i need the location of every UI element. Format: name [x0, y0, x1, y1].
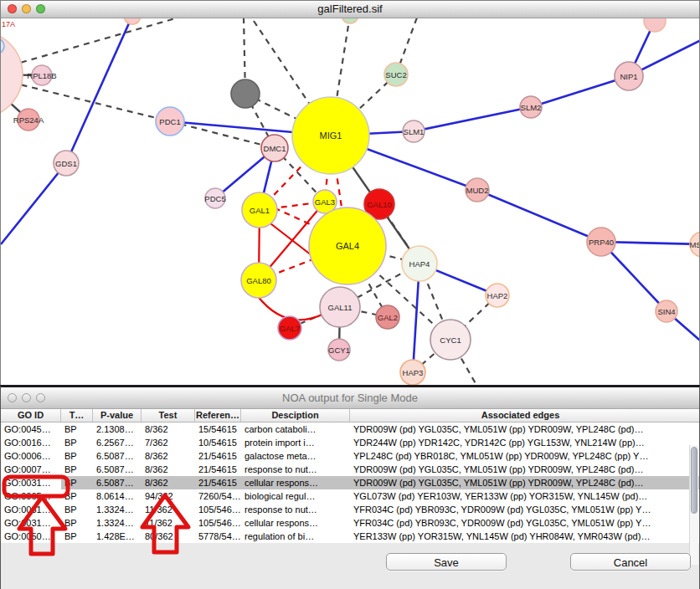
node-greentop[interactable] — [342, 18, 358, 23]
table-cell: 21/54615 — [195, 463, 241, 476]
table-cell: BP — [61, 516, 93, 530]
node-label-rps24a: RPS24A — [13, 115, 44, 125]
graph-edge — [1, 18, 178, 74]
node-label-slm2: SLM2 — [521, 103, 542, 112]
table-cell: BP — [61, 489, 93, 503]
column-header-referen-[interactable]: Referen… — [195, 409, 241, 422]
table-cell: YDR009W (pd) YGL035C, YML051W (pp) YDR00… — [350, 423, 691, 436]
table-row[interactable]: GO:0006…BP6.5087…8/36221/54615galactose … — [1, 449, 699, 463]
node-label-rpl18b: RPL18B — [27, 71, 56, 80]
node-label-nip1: NIP1 — [620, 72, 637, 81]
table-cell: 7260/54… — [195, 489, 241, 503]
table-row[interactable]: GO:0045…BP2.1308…8/36215/54615carbon cat… — [1, 423, 699, 436]
node-darkgray[interactable] — [231, 79, 260, 108]
table-cell: BP — [61, 423, 93, 436]
table-cell: 10/54615 — [195, 436, 241, 449]
noa-output-window: NOA output for Single Mode GO IDT…P-valu… — [0, 385, 700, 589]
table-cell: GO:0031… — [1, 516, 61, 530]
table-cell: 1.428E… — [93, 530, 142, 543]
table-cell: 11/362 — [142, 503, 195, 516]
node-label-cyc1: CYC1 — [440, 335, 461, 345]
table-cell: 1.3324… — [93, 503, 142, 516]
table-cell: 8/362 — [142, 449, 195, 463]
table-cell: protein import i… — [241, 436, 350, 449]
table-cell: 6.5087… — [93, 463, 142, 476]
traffic-lights — [8, 4, 45, 13]
node-topright[interactable] — [644, 18, 666, 32]
minimize-icon[interactable] — [22, 4, 31, 13]
graph-window-titlebar[interactable]: galFiltered.sif — [1, 1, 699, 18]
table-row[interactable]: GO:0050…BP1.428E…80/3625778/54…regulatio… — [1, 530, 699, 543]
table-row[interactable]: GO:0031…BP1.3324…11/362105/546…response … — [1, 503, 699, 516]
node-label-gcy1: GCY1 — [328, 346, 350, 355]
node-label-mud2: MUD2 — [466, 186, 489, 195]
node-label-hap3: HAP3 — [403, 368, 424, 377]
vertical-scrollbar[interactable] — [689, 445, 698, 565]
table-cell: BP — [61, 476, 93, 489]
node-label-gal80: GAL80 — [246, 276, 271, 285]
table-cell: YDR009W (pd) YGL035C, YML051W (pp) YDR00… — [350, 476, 691, 489]
close-icon[interactable] — [8, 4, 17, 13]
noa-window-titlebar[interactable]: NOA output for Single Mode — [1, 387, 699, 409]
node-label-gal1: GAL1 — [250, 206, 270, 215]
column-header-test[interactable]: Test — [142, 409, 195, 422]
save-button[interactable]: Save — [386, 553, 507, 571]
close-icon[interactable] — [8, 393, 17, 402]
column-header-go-id[interactable]: GO ID — [1, 409, 61, 422]
graph-edge — [531, 76, 629, 107]
table-cell: GO:0031… — [1, 476, 61, 489]
button-panel: Save Cancel — [1, 553, 700, 575]
graph-edge — [1, 163, 66, 244]
table-cell: response to nut… — [241, 463, 350, 476]
node-label-suc2: SUC2 — [385, 70, 406, 79]
table-cell: galactose meta… — [241, 449, 350, 463]
zoom-icon[interactable] — [36, 393, 45, 402]
table-cell: 8/362 — [142, 423, 195, 436]
clipped-node-label: 17A — [2, 20, 15, 28]
table-cell: response to nut… — [241, 503, 350, 516]
table-cell: 8/362 — [142, 476, 195, 489]
table-cell: biological regul… — [241, 489, 350, 503]
network-canvas[interactable]: RPL18BRPS24AGDS1PDC1SUC2MIG1DMC1SLM1SLM2… — [1, 18, 699, 385]
table-row[interactable]: GO:0031…BP6.5087…8/36221/54615cellular r… — [1, 476, 699, 489]
table-header-row: GO IDT…P-valueTestReferen…DesciptionAsso… — [1, 409, 699, 423]
table-cell: BP — [61, 463, 93, 476]
column-header-p-value[interactable]: P-value — [93, 409, 142, 422]
scrollbar-thumb[interactable] — [691, 447, 697, 514]
table-cell: 80/362 — [142, 530, 195, 543]
node-label-hap4: HAP4 — [409, 259, 430, 269]
table-cell: 11/362 — [142, 516, 195, 530]
noa-traffic-lights — [8, 393, 45, 402]
table-cell: 21/54615 — [195, 449, 241, 463]
table-cell: BP — [61, 530, 93, 543]
graph-edge — [414, 107, 531, 131]
minimize-icon[interactable] — [22, 393, 31, 402]
table-row[interactable]: GO:0065…BP8.0614…94/3627260/54…biologica… — [1, 489, 699, 503]
table-cell: YFR034C (pd) YBR093C, YDR009W (pd) YGL03… — [350, 516, 691, 530]
cancel-button[interactable]: Cancel — [570, 553, 691, 571]
table-row[interactable]: GO:0007…BP6.5087…8/36221/54615response t… — [1, 463, 699, 476]
node-label-gal11: GAL11 — [328, 303, 353, 312]
node-label-mig1: MIG1 — [320, 131, 342, 141]
table-cell: 15/54615 — [195, 423, 241, 436]
table-cell: cellular respons… — [241, 476, 350, 489]
node-label-pdc1: PDC1 — [159, 117, 180, 126]
zoom-icon[interactable] — [36, 4, 45, 13]
table-cell: 8/362 — [142, 463, 195, 476]
table-cell: 1.3324… — [93, 516, 142, 530]
node-topnode1[interactable] — [124, 18, 141, 24]
table-cell: 2.1308… — [93, 423, 142, 436]
column-header-desciption[interactable]: Desciption — [241, 409, 350, 422]
table-row[interactable]: GO:0031…BP1.3324…11/362105/546…cellular … — [1, 516, 699, 530]
node-label-gal4: GAL4 — [336, 241, 359, 251]
graph-edge — [477, 190, 601, 242]
table-row[interactable]: GO:0016…BP6.2567…7/36210/54615protein im… — [1, 436, 699, 449]
table-cell: YPL248C (pd) YBR018C, YML051W (pp) YDR00… — [350, 449, 691, 463]
node-label-slm1: SLM1 — [404, 127, 425, 136]
table-cell: YGL073W (pd) YER103W, YER133W (pp) YOR31… — [350, 489, 691, 503]
node-label-hap2: HAP2 — [487, 291, 508, 300]
node-label-prp40: PRP40 — [589, 238, 614, 247]
table-cell: GO:0065… — [1, 489, 61, 503]
column-header-associated-edges[interactable]: Associated edges — [350, 409, 691, 422]
column-header-t-[interactable]: T… — [61, 409, 93, 422]
